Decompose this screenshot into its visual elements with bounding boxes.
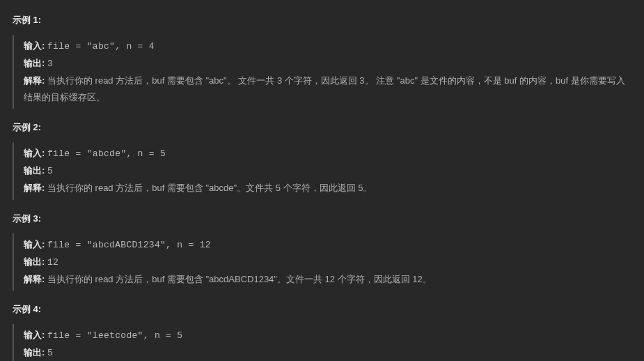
explain-row: 解释: 当执行你的 read 方法后，buf 需要包含 "abcde"。文件共 … <box>24 180 631 197</box>
input-label: 输入: <box>24 40 45 51</box>
output-value: 5 <box>47 348 53 358</box>
explain-value: 当执行你的 read 方法后，buf 需要包含 "abcdABCD1234"。文… <box>47 274 432 284</box>
example-block: 输入: file = "leetcode", n = 5 输出: 5 解释: 当… <box>13 324 631 361</box>
example-block: 输入: file = "abc", n = 4 输出: 3 解释: 当执行你的 … <box>13 35 631 109</box>
output-value: 12 <box>47 257 58 268</box>
output-label: 输出: <box>24 58 45 68</box>
explain-label: 解释: <box>24 75 45 86</box>
output-label: 输出: <box>24 165 45 176</box>
example-title: 示例 4: <box>13 302 631 317</box>
output-row: 输出: 5 <box>24 344 631 361</box>
example-title: 示例 2: <box>13 120 631 135</box>
input-row: 输入: file = "abc", n = 4 <box>24 38 631 55</box>
input-label: 输入: <box>24 148 45 158</box>
input-row: 输入: file = "abcde", n = 5 <box>24 145 631 162</box>
example-3: 示例 3: 输入: file = "abcdABCD1234", n = 12 … <box>13 211 631 291</box>
explain-row: 解释: 当执行你的 read 方法后，buf 需要包含 "abcdABCD123… <box>24 271 631 288</box>
output-row: 输出: 5 <box>24 162 631 180</box>
example-4: 示例 4: 输入: file = "leetcode", n = 5 输出: 5… <box>13 302 631 361</box>
output-label: 输出: <box>24 347 45 358</box>
example-block: 输入: file = "abcdABCD1234", n = 12 输出: 12… <box>13 233 631 291</box>
input-row: 输入: file = "leetcode", n = 5 <box>24 327 631 344</box>
input-label: 输入: <box>24 330 45 340</box>
input-value: file = "abcdABCD1234", n = 12 <box>47 240 211 250</box>
explain-row: 解释: 当执行你的 read 方法后，buf 需要包含 "abc"。 文件一共 … <box>24 72 631 106</box>
output-row: 输出: 12 <box>24 254 631 271</box>
explain-value: 当执行你的 read 方法后，buf 需要包含 "abcde"。文件共 5 个字… <box>47 183 372 193</box>
explain-value: 当执行你的 read 方法后，buf 需要包含 "abc"。 文件一共 3 个字… <box>24 75 625 102</box>
input-value: file = "leetcode", n = 5 <box>47 330 182 341</box>
output-value: 5 <box>47 166 53 176</box>
output-label: 输出: <box>24 256 45 267</box>
example-block: 输入: file = "abcde", n = 5 输出: 5 解释: 当执行你… <box>13 142 631 199</box>
input-value: file = "abcde", n = 5 <box>47 148 166 159</box>
example-title: 示例 3: <box>13 211 631 226</box>
input-row: 输入: file = "abcdABCD1234", n = 12 <box>24 236 631 254</box>
output-value: 3 <box>47 59 53 69</box>
input-value: file = "abc", n = 4 <box>47 41 155 52</box>
explain-label: 解释: <box>24 183 45 193</box>
example-1: 示例 1: 输入: file = "abc", n = 4 输出: 3 解释: … <box>13 13 631 109</box>
input-label: 输入: <box>24 239 45 249</box>
output-row: 输出: 3 <box>24 55 631 72</box>
example-title: 示例 1: <box>13 13 631 28</box>
example-2: 示例 2: 输入: file = "abcde", n = 5 输出: 5 解释… <box>13 120 631 199</box>
explain-label: 解释: <box>24 274 45 284</box>
